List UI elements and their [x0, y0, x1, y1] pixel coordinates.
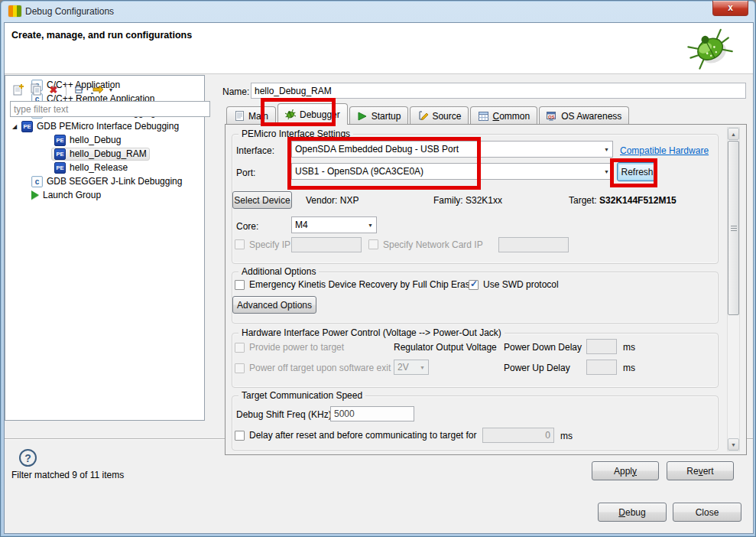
- tab-source[interactable]: Source: [410, 106, 469, 125]
- configuration-name-input[interactable]: [251, 83, 746, 99]
- svg-text:OS: OS: [548, 115, 555, 119]
- new-configuration-icon[interactable]: [11, 82, 26, 97]
- port-label: Port:: [236, 168, 255, 178]
- document-icon: [234, 111, 245, 121]
- use-swd-protocol-checkbox[interactable]: ✓: [469, 280, 479, 290]
- scrollbar-thumb[interactable]: [728, 141, 739, 315]
- ms-label: ms: [623, 342, 635, 353]
- configurations-sidebar: ✖ ⊟ ▾ cC/C++ Application cC/C++ Remote A…: [5, 75, 219, 438]
- filter-launch-configurations-icon[interactable]: [89, 82, 104, 97]
- interface-dropdown[interactable]: OpenSDA Embedded Debug - USB Port ▼: [291, 141, 613, 158]
- tab-main[interactable]: Main: [226, 106, 276, 125]
- power-down-delay-label: Power Down Delay: [504, 342, 582, 353]
- thumb-grip: [731, 226, 737, 231]
- tab-os-awareness[interactable]: OS OS Awareness: [539, 106, 629, 125]
- c-application-icon: c: [31, 176, 43, 187]
- bug-illustration-icon: [683, 26, 738, 72]
- title-bar[interactable]: Debug Configurations x: [1, 1, 755, 22]
- nxp-app-icon: [8, 5, 21, 17]
- toolbar-dropdown-caret-icon[interactable]: ▾: [106, 82, 115, 97]
- expanded-arrow-icon[interactable]: ◢: [11, 123, 18, 130]
- common-table-icon: [478, 111, 488, 121]
- ms-label: ms: [560, 431, 573, 441]
- delay-ms-field: [482, 428, 554, 443]
- emergency-recovery-label: Emergency Kinetis Device Recovery by Ful…: [249, 279, 475, 290]
- specify-ip-checkbox: [235, 239, 245, 249]
- tree-item-gdb-segger[interactable]: cGDB SEGGER J-Link Debugging: [5, 174, 204, 188]
- use-swd-protocol-label: Use SWD protocol: [483, 279, 559, 290]
- ms-label: ms: [623, 363, 635, 373]
- tree-item-launch-group[interactable]: Launch Group: [5, 188, 204, 202]
- duplicate-configuration-icon[interactable]: [28, 82, 44, 97]
- toolbar-separator: [66, 83, 67, 96]
- debug-shift-freq-field[interactable]: [330, 406, 414, 421]
- interface-label: Interface:: [236, 145, 274, 156]
- delete-configuration-icon[interactable]: ✖: [46, 82, 61, 97]
- ip-address-field: [291, 237, 362, 252]
- provide-power-label: Provide power to target: [249, 342, 344, 353]
- close-window-button[interactable]: x: [712, 0, 748, 16]
- vertical-scrollbar[interactable]: ▲ ▼: [727, 127, 740, 451]
- window-title: Debug Configurations: [25, 6, 114, 17]
- power-down-delay-field: [586, 339, 617, 354]
- power-up-delay-label: Power Up Delay: [504, 363, 570, 373]
- power-off-target-label: Power off target upon software exit: [249, 363, 391, 373]
- close-button[interactable]: Close: [673, 503, 741, 522]
- startup-play-icon: [357, 111, 368, 121]
- tab-common[interactable]: Common: [470, 106, 537, 125]
- target-communication-speed-group: Target Communication Speed: [232, 395, 719, 451]
- help-button[interactable]: ?: [19, 449, 37, 467]
- configurations-tree[interactable]: cC/C++ Application cC/C++ Remote Applica…: [5, 75, 205, 421]
- port-dropdown[interactable]: USB1 - OpenSDA (9CA3CE0A) ▼: [291, 163, 613, 180]
- target-label: Target:: [569, 195, 597, 206]
- tree-item-hello-debug[interactable]: PEhello_Debug: [5, 133, 204, 147]
- specify-ip-label: Specify IP: [249, 239, 290, 250]
- group-title: Hardware Interface Power Control (Voltag…: [238, 327, 505, 338]
- target-value: S32K144F512M15: [599, 195, 677, 206]
- tree-item-gdb-pemicro[interactable]: ◢ PEGDB PEMicro Interface Debugging: [5, 119, 204, 133]
- name-label: Name:: [222, 86, 249, 97]
- power-control-group: Hardware Interface Power Control (Voltag…: [232, 333, 719, 388]
- dialog-client-area: Create, manage, and run configurations: [4, 22, 754, 534]
- debug-button[interactable]: Debug: [598, 503, 667, 522]
- core-label: Core:: [236, 221, 258, 232]
- tree-item-hello-debug-ram[interactable]: PEhello_Debug_RAM: [5, 147, 204, 161]
- tab-debugger[interactable]: Debugger: [277, 103, 348, 125]
- refresh-button[interactable]: Refresh: [617, 162, 657, 181]
- regulator-output-voltage-label: Regulator Output Voltage: [394, 342, 497, 353]
- family-label: Family:: [433, 195, 463, 206]
- delay-after-reset-checkbox[interactable]: [235, 431, 245, 441]
- revert-button[interactable]: Revert: [667, 461, 734, 480]
- power-off-target-checkbox: [235, 363, 245, 373]
- tab-startup[interactable]: Startup: [349, 106, 409, 125]
- voltage-dropdown: 2V ▼: [394, 360, 429, 375]
- pemicro-icon: PE: [21, 121, 33, 132]
- collapse-all-icon[interactable]: ⊟: [71, 82, 86, 97]
- source-pencil-icon: [417, 111, 428, 121]
- group-title: Additional Options: [238, 266, 319, 277]
- page-title: Create, manage, and run configurations: [11, 30, 192, 41]
- vendor-label: Vendor:: [306, 195, 337, 206]
- core-dropdown[interactable]: M4 ▼: [291, 216, 377, 233]
- apply-button[interactable]: Apply: [592, 461, 659, 480]
- chevron-down-icon: ▼: [365, 223, 373, 228]
- launch-group-icon: [31, 190, 39, 200]
- compatible-hardware-link[interactable]: Compatible Hardware: [620, 145, 709, 156]
- select-device-button[interactable]: Select Device: [232, 191, 292, 209]
- debugger-bug-icon: [285, 109, 296, 119]
- pemicro-icon: PE: [54, 162, 66, 174]
- check-icon: ✓: [470, 278, 478, 289]
- tree-item-hello-release[interactable]: PEhello_Release: [5, 161, 204, 174]
- pemicro-icon: PE: [54, 135, 66, 146]
- group-title: PEMicro Interface Settings: [238, 129, 353, 139]
- filter-input[interactable]: [10, 101, 210, 117]
- scroll-down-icon[interactable]: ▼: [728, 438, 739, 451]
- advanced-options-button[interactable]: Advanced Options: [232, 296, 316, 314]
- chevron-down-icon: ▼: [417, 365, 425, 370]
- emergency-recovery-checkbox[interactable]: [235, 280, 245, 290]
- debug-configurations-window: Debug Configurations x Create, manage, a…: [0, 0, 756, 537]
- selected-tree-item: PEhello_Debug_RAM: [51, 148, 150, 161]
- group-title: Target Communication Speed: [238, 390, 365, 401]
- chevron-down-icon: ▼: [601, 169, 609, 174]
- scroll-up-icon[interactable]: ▲: [728, 128, 739, 140]
